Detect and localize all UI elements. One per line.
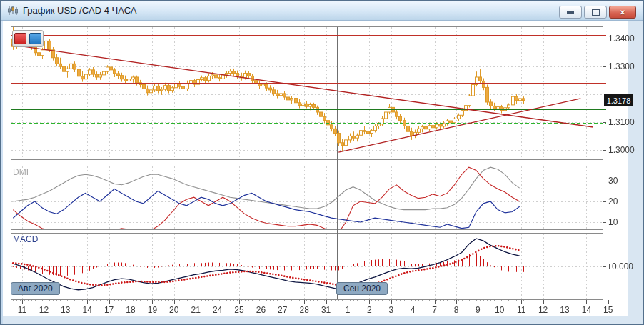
toolbar-red-button[interactable] xyxy=(14,33,26,44)
price-axis-label: 1.3300 xyxy=(608,61,635,71)
macd-panel-label: MACD xyxy=(13,234,38,244)
dmi-axis-label: 20 xyxy=(608,196,618,206)
dmi-axis-label: 30 xyxy=(608,176,618,186)
x-axis-label: 7 xyxy=(432,305,437,315)
x-axis-label: 2 xyxy=(367,305,372,315)
x-axis-label: 21 xyxy=(191,305,201,315)
x-axis-label: 20 xyxy=(169,305,178,315)
x-axis-label: 31 xyxy=(321,305,331,315)
x-axis-label: 3 xyxy=(388,305,393,315)
month-label-sep: Сен 2020 xyxy=(336,282,388,295)
x-axis-label: 17 xyxy=(104,305,114,315)
x-axis-label: 18 xyxy=(126,305,135,315)
x-axis-label: 1 xyxy=(346,305,351,315)
x-axis-label: 11 xyxy=(517,305,525,315)
x-axis-label: 4 xyxy=(411,305,416,315)
month-label-aug: Авг 2020 xyxy=(11,282,60,295)
dmi-axis-label: 10 xyxy=(608,217,618,227)
x-axis-label: 19 xyxy=(148,305,157,315)
x-axis-label: 26 xyxy=(256,305,266,315)
x-axis-label: 15 xyxy=(603,305,613,315)
x-axis-label: 14 xyxy=(582,305,591,315)
dmi-panel-label: DMI xyxy=(13,167,29,177)
macd-zero-axis-label: +0.000 xyxy=(607,261,633,271)
x-axis-label: 10 xyxy=(495,305,504,315)
x-axis-label: 14 xyxy=(83,305,92,315)
x-axis-label: 24 xyxy=(213,305,222,315)
x-axis-label: 13 xyxy=(560,305,569,315)
x-axis-label: 27 xyxy=(278,305,287,315)
chart-mini-toolbar xyxy=(12,30,44,47)
chart-window: График USD /CAD 4 ЧАСА ✕ DMI MACD +0.000… xyxy=(0,0,644,325)
x-axis-label: 8 xyxy=(454,305,459,315)
x-axis-label: 12 xyxy=(39,305,49,315)
x-axis-label: 25 xyxy=(234,305,243,315)
price-axis-label: 1.3000 xyxy=(608,145,635,155)
x-axis-label: 11 xyxy=(18,305,26,315)
price-chart-canvas[interactable] xyxy=(1,1,644,325)
price-axis-label: 1.3400 xyxy=(608,34,635,44)
price-axis-label: 1.3100 xyxy=(608,117,635,127)
x-axis-label: 9 xyxy=(476,305,481,315)
x-axis-label: 13 xyxy=(61,305,70,315)
toolbar-blue-button[interactable] xyxy=(29,33,41,44)
x-axis-label: 28 xyxy=(300,305,309,315)
x-axis-label: 12 xyxy=(538,305,548,315)
current-price-badge: 1.3178 xyxy=(604,94,633,106)
